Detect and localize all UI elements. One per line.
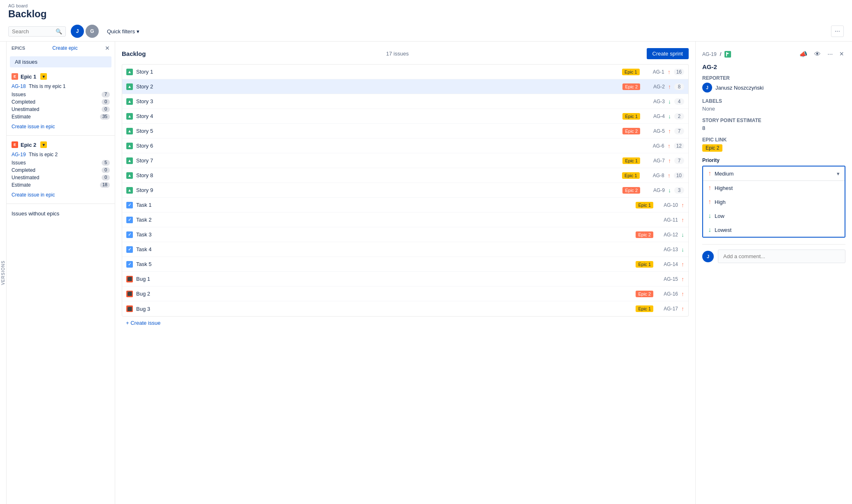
priority-option[interactable]: ↓Lowest [703, 223, 845, 237]
issue-row[interactable]: ✓ Task 3 Epic 2 AG-12 ↓ [122, 227, 688, 242]
epic-badge: Epic 2 [622, 187, 640, 194]
labels-value: None [702, 106, 845, 112]
issues-without-epics: Issues without epics [7, 207, 115, 220]
issue-id: AG-14 [658, 261, 678, 267]
issue-row[interactable]: ▲ Story 1 Epic 1 AG-1 ↑ 16 [122, 65, 688, 79]
sidebar-header: EPICS Create epic ✕ [7, 42, 115, 55]
watch-icon[interactable]: 👁 [813, 49, 822, 60]
issue-row[interactable]: ▲ Story 6 AG-6 ↑ 12 [122, 139, 688, 153]
issue-id: AG-16 [658, 291, 678, 297]
issue-row[interactable]: ▲ Story 2 Epic 2 AG-2 ↑ 8 [122, 79, 688, 94]
epic-1-issues-row: Issues 7 [12, 91, 110, 98]
priority-option-label: Lowest [715, 227, 731, 233]
epic-2-unestimated-count: 0 [102, 175, 110, 180]
comment-section: J [702, 244, 845, 263]
labels-section: Labels None [702, 98, 845, 112]
issue-type-icon: ⬛ [126, 305, 133, 312]
epic-badge: Epic 1 [622, 113, 640, 120]
issue-id: AG-11 [658, 217, 678, 223]
issue-name: Story 6 [136, 143, 641, 149]
breadcrumb-id[interactable]: AG-19 [702, 51, 717, 57]
issue-id: AG-3 [645, 99, 665, 104]
create-epic-button[interactable]: Create epic [52, 45, 77, 51]
priority-chevron-icon: ▾ [837, 171, 840, 177]
epic-link-label: Epic Link [702, 137, 845, 143]
epic-badge: Epic 2 [622, 83, 640, 90]
issue-id: AG-12 [658, 232, 678, 238]
epic-1-title: Epic 1 [21, 74, 36, 80]
issue-row[interactable]: ▲ Story 5 Epic 2 AG-5 ↑ 7 [122, 124, 688, 139]
issue-row[interactable]: ⬛ Bug 2 Epic 2 AG-16 ↑ [122, 287, 688, 301]
epic-2-create-issue-link[interactable]: Create issue in epic [7, 190, 115, 200]
issue-name: Bug 2 [136, 291, 632, 297]
epic-2-stats: Issues 5 Completed 0 Unestimated 0 [7, 158, 115, 190]
priority-options-list: ↑Highest↑High↓Low↓Lowest [703, 180, 845, 237]
issue-name: Task 4 [136, 246, 655, 252]
more-options-button[interactable]: ··· [831, 25, 844, 37]
epic-2-issues-row: Issues 5 [12, 159, 110, 166]
issue-row[interactable]: ⬛ Bug 3 Epic 1 AG-17 ↑ [122, 301, 688, 316]
epic-2-color-badge: ▼ [40, 141, 47, 148]
quick-filters-button[interactable]: Quick filters ▾ [104, 27, 143, 36]
priority-dropdown-container: ↑ Medium ▾ ↑Highest↑High↓Low↓Lowest [702, 166, 845, 238]
issue-id: AG-15 [658, 276, 678, 282]
avatar-1[interactable]: J [71, 25, 84, 38]
issue-type-icon: ▲ [126, 143, 133, 149]
priority-down-icon: ↓ [681, 246, 684, 253]
search-input[interactable] [12, 28, 54, 35]
issue-row[interactable]: ✓ Task 2 AG-11 ↑ [122, 213, 688, 227]
issue-row[interactable]: ▲ Story 9 Epic 2 AG-9 ↓ 3 [122, 183, 688, 198]
sidebar-item-all-issues[interactable]: All issues [10, 56, 111, 67]
epic-2-link[interactable]: AG-19 This is epic 2 [12, 152, 58, 157]
breadcrumb-flag-icon [724, 51, 731, 58]
issue-row[interactable]: ▲ Story 4 Epic 1 AG-4 ↓ 2 [122, 109, 688, 124]
priority-option[interactable]: ↑Highest [703, 181, 845, 195]
epic-link-value[interactable]: Epic 2 [702, 144, 722, 152]
quick-filters-chevron-icon: ▾ [137, 28, 139, 35]
comment-avatar: J [702, 251, 714, 262]
issue-type-icon: ▲ [126, 83, 133, 90]
epic-2-header: E Epic 2 ▼ [7, 139, 115, 150]
issue-type-icon: ✓ [126, 246, 133, 253]
epic-badge: Epic 1 [636, 202, 653, 208]
avatar-2[interactable]: G [86, 25, 99, 38]
create-issue-button[interactable]: + Create issue [122, 317, 689, 329]
priority-current-value: Medium [715, 171, 734, 177]
flag-icon[interactable]: 📣 [798, 49, 809, 60]
toolbar: 🔍 J G Quick filters ▾ ··· [0, 21, 852, 42]
comment-input[interactable] [718, 250, 845, 263]
priority-option[interactable]: ↑High [703, 195, 845, 209]
issue-type-icon: ▲ [126, 172, 133, 179]
issue-row[interactable]: ✓ Task 1 Epic 1 AG-10 ↑ [122, 198, 688, 213]
issue-row[interactable]: ▲ Story 7 Epic 1 AG-7 ↑ 7 [122, 153, 688, 168]
close-panel-button[interactable]: × [838, 48, 845, 60]
more-actions-icon[interactable]: ··· [826, 49, 834, 60]
issue-row[interactable]: ▲ Story 8 Epic 1 AG-8 ↑ 10 [122, 168, 688, 183]
issue-row[interactable]: ✓ Task 4 AG-13 ↓ [122, 242, 688, 257]
issue-type-icon: ✓ [126, 231, 133, 238]
issue-type-icon: ✓ [126, 261, 133, 268]
priority-up-icon: ↑ [681, 291, 684, 297]
story-points: 2 [674, 113, 684, 120]
priority-option-label: High [715, 199, 726, 205]
epic-1-link[interactable]: AG-18 This is my epic 1 [12, 83, 65, 89]
reporter-label: Reporter [702, 75, 845, 81]
search-box[interactable]: 🔍 [8, 26, 66, 37]
priority-option-icon: ↓ [708, 212, 711, 220]
close-sidebar-button[interactable]: ✕ [105, 45, 110, 51]
create-sprint-button[interactable]: Create sprint [647, 48, 689, 59]
epic-1-completed-row: Completed 0 [12, 98, 110, 106]
epic-badge: Epic 1 [622, 69, 640, 75]
sidebar: VERSIONS EPICS Create epic ✕ All issues [0, 42, 115, 504]
priority-option[interactable]: ↓Low [703, 209, 845, 223]
priority-select-button[interactable]: ↑ Medium ▾ [703, 166, 845, 180]
right-panel-actions: 📣 👁 ··· × [798, 48, 845, 60]
issue-type-icon: ⬛ [126, 276, 133, 282]
issue-name: Story 3 [136, 98, 642, 104]
issue-row[interactable]: ▲ Story 3 AG-3 ↓ 4 [122, 94, 688, 109]
issue-row[interactable]: ⬛ Bug 1 AG-15 ↑ [122, 272, 688, 287]
epic-1-create-issue-link[interactable]: Create issue in epic [7, 121, 115, 132]
issue-type-icon: ▲ [126, 113, 133, 120]
issue-row[interactable]: ✓ Task 5 Epic 1 AG-14 ↑ [122, 257, 688, 272]
story-point-value: 8 [702, 125, 845, 131]
